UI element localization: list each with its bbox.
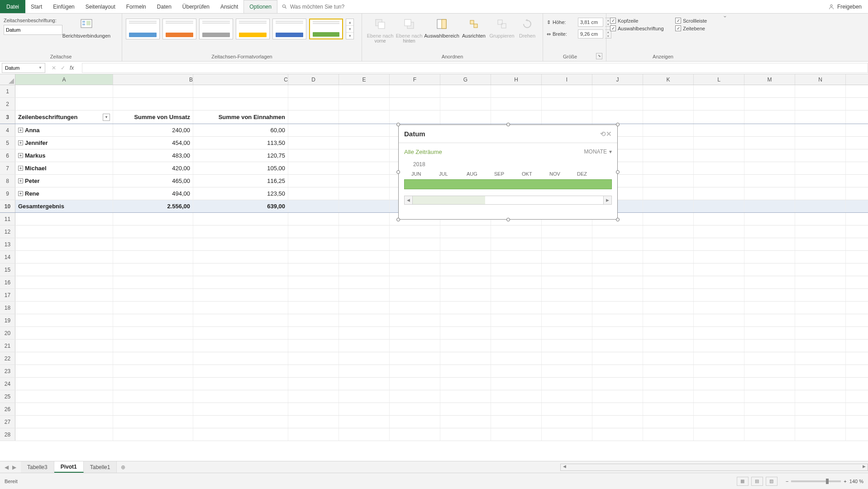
formula-input[interactable]	[82, 63, 868, 73]
cell[interactable]	[288, 110, 339, 124]
cell[interactable]	[592, 289, 643, 301]
cell[interactable]	[694, 187, 744, 200]
cell[interactable]	[542, 365, 592, 377]
cell[interactable]	[15, 314, 113, 326]
align-button[interactable]: Ausrichten	[460, 15, 488, 38]
cell[interactable]	[390, 340, 440, 352]
cell[interactable]	[288, 302, 339, 314]
cell[interactable]	[440, 238, 491, 250]
cell[interactable]	[542, 352, 592, 364]
cell[interactable]	[643, 238, 694, 250]
cell[interactable]	[390, 276, 440, 288]
style-thumb-green[interactable]	[309, 19, 343, 39]
cell[interactable]	[15, 416, 113, 428]
cell[interactable]	[193, 340, 288, 352]
pivot-total-value[interactable]: 2.556,00	[113, 200, 193, 212]
selection-pane-button[interactable]: Auswahlbereich	[424, 15, 460, 38]
cell[interactable]	[592, 365, 643, 377]
cell[interactable]	[113, 428, 193, 441]
cell[interactable]	[592, 98, 643, 110]
cell[interactable]	[339, 238, 390, 250]
row-header[interactable]: 13	[0, 238, 15, 250]
pivot-total-value[interactable]: 639,00	[193, 200, 288, 212]
cell[interactable]	[113, 416, 193, 428]
cell[interactable]	[744, 340, 795, 352]
pivot-value[interactable]: 116,25	[193, 175, 288, 187]
sheet-tab[interactable]: Tabelle3	[21, 461, 54, 473]
pivot-value[interactable]: 420,00	[113, 162, 193, 174]
cell[interactable]	[542, 428, 592, 441]
cell[interactable]	[744, 238, 795, 250]
pivot-row-label[interactable]: +Peter	[15, 175, 113, 187]
cell[interactable]	[339, 85, 390, 97]
cell[interactable]	[193, 225, 288, 238]
cell[interactable]	[15, 327, 113, 339]
ribbon-collapse[interactable]: ˇ	[720, 14, 730, 61]
cell[interactable]	[542, 238, 592, 250]
col-header-L[interactable]: L	[694, 74, 744, 85]
cell[interactable]	[694, 428, 744, 441]
cell[interactable]	[643, 85, 694, 97]
cell[interactable]	[15, 340, 113, 352]
cell[interactable]	[542, 276, 592, 288]
cell[interactable]	[592, 340, 643, 352]
cell[interactable]	[491, 340, 542, 352]
cell[interactable]	[15, 403, 113, 415]
cell[interactable]	[592, 276, 643, 288]
resize-handle[interactable]	[616, 218, 620, 221]
cell[interactable]	[440, 85, 491, 97]
cell[interactable]	[288, 200, 339, 212]
cell[interactable]	[491, 251, 542, 263]
cell[interactable]	[542, 340, 592, 352]
cell[interactable]	[795, 276, 846, 288]
cell[interactable]	[542, 378, 592, 390]
cell[interactable]	[193, 213, 288, 225]
pivot-value[interactable]: 105,00	[193, 162, 288, 174]
tab-options[interactable]: Optionen	[243, 0, 277, 13]
col-header-F[interactable]: F	[390, 74, 440, 85]
cell[interactable]	[795, 137, 846, 149]
resize-handle[interactable]	[616, 123, 620, 126]
cell[interactable]	[339, 264, 390, 276]
cell[interactable]	[643, 340, 694, 352]
row-header[interactable]: 6	[0, 149, 15, 162]
row-header[interactable]: 2	[0, 98, 15, 110]
cell[interactable]	[795, 428, 846, 441]
cell[interactable]	[288, 124, 339, 136]
cell[interactable]	[592, 352, 643, 364]
cell[interactable]	[193, 352, 288, 364]
cell[interactable]	[288, 428, 339, 441]
cell[interactable]	[643, 124, 694, 136]
cell[interactable]	[643, 225, 694, 238]
cell[interactable]	[795, 365, 846, 377]
cell[interactable]	[491, 238, 542, 250]
cell[interactable]	[491, 327, 542, 339]
cell[interactable]	[744, 187, 795, 200]
resize-handle[interactable]	[396, 123, 400, 126]
cell[interactable]	[113, 264, 193, 276]
cell[interactable]	[491, 378, 542, 390]
cell[interactable]	[744, 110, 795, 124]
cell[interactable]	[440, 378, 491, 390]
cell[interactable]	[744, 428, 795, 441]
cell[interactable]	[744, 225, 795, 238]
chk-selection-label[interactable]: ✓	[610, 25, 616, 31]
cell[interactable]	[193, 314, 288, 326]
cell[interactable]	[440, 302, 491, 314]
cell[interactable]	[113, 340, 193, 352]
col-header-B[interactable]: B	[113, 74, 193, 85]
col-header-E[interactable]: E	[339, 74, 390, 85]
cell[interactable]	[440, 416, 491, 428]
sheet-tab[interactable]: Tabelle1	[84, 461, 117, 473]
cell[interactable]	[542, 302, 592, 314]
cell[interactable]	[113, 302, 193, 314]
filter-dropdown-icon[interactable]: ▾	[103, 114, 110, 121]
cell[interactable]	[113, 390, 193, 403]
cell[interactable]	[288, 416, 339, 428]
pivot-value[interactable]: 454,00	[113, 137, 193, 149]
slicer-range-bar[interactable]	[404, 179, 612, 189]
row-header[interactable]: 16	[0, 276, 15, 288]
cell[interactable]	[193, 403, 288, 415]
cell[interactable]	[795, 85, 846, 97]
cell[interactable]	[440, 264, 491, 276]
